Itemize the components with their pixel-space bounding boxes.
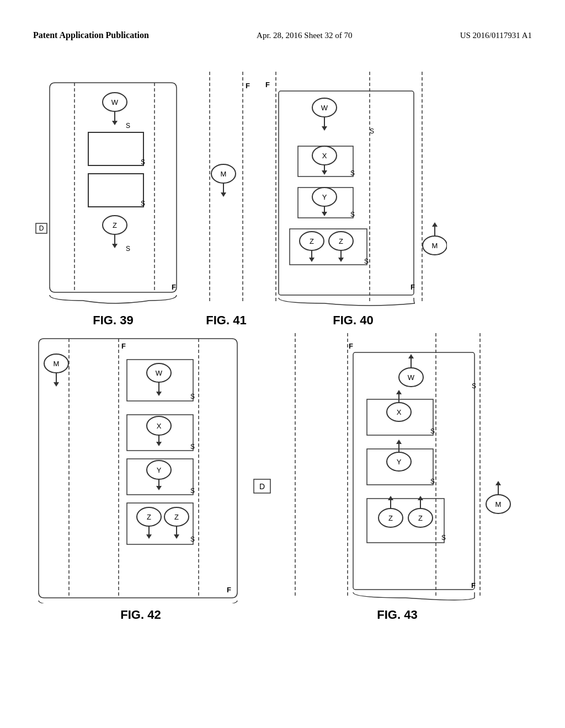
svg-text:S: S [364,258,369,265]
svg-rect-9 [88,174,143,207]
svg-text:X: X [322,152,327,160]
svg-text:X: X [157,422,162,430]
top-figures-row: W S S S Z S F D [33,72,532,328]
svg-text:M: M [54,360,60,368]
svg-marker-111 [408,354,414,358]
svg-rect-113 [367,399,433,435]
svg-text:Z: Z [310,237,314,245]
svg-marker-62 [432,222,438,227]
svg-text:S: S [190,393,195,400]
svg-text:Y: Y [397,458,402,466]
svg-text:Y: Y [157,466,162,474]
date-sheet-label: Apr. 28, 2016 Sheet 32 of 70 [257,31,352,40]
page-header: Patent Application Publication Apr. 28, … [33,30,532,40]
svg-text:Z: Z [418,514,423,522]
fig39-block: W S S S Z S F D [33,72,193,328]
svg-text:M: M [221,170,227,178]
svg-text:S: S [190,536,195,543]
svg-marker-129 [388,496,393,500]
fig42-label: FIG. 42 [120,608,161,622]
svg-marker-46 [322,212,327,216]
svg-rect-119 [367,449,433,485]
svg-text:W: W [156,369,163,377]
svg-rect-71 [127,360,193,401]
svg-marker-70 [54,382,59,387]
svg-marker-5 [112,121,118,125]
svg-text:S: S [370,127,374,135]
svg-marker-123 [396,440,402,444]
svg-text:W: W [111,98,119,106]
fig41-block: F M FIG. 41 [193,72,259,328]
svg-marker-34 [322,126,327,131]
d-label-svg: D [251,477,279,499]
fig40-block: F W S X S Y [259,72,447,328]
main-content: W S S S Z S F D [33,72,532,706]
svg-marker-52 [309,258,315,262]
svg-marker-139 [495,481,501,485]
fig43-svg: F W S X S Y [281,333,513,603]
svg-text:M: M [495,500,502,508]
bottom-figures-row: F M W S X S [33,333,532,622]
svg-text:S: S [430,427,435,435]
svg-text:W: W [408,373,415,382]
svg-marker-117 [396,390,402,394]
svg-rect-77 [127,415,193,451]
svg-text:S: S [126,122,130,130]
svg-marker-93 [146,534,152,539]
svg-rect-83 [127,459,193,495]
svg-text:D: D [39,224,44,232]
svg-text:S: S [190,443,195,451]
svg-text:F: F [265,81,270,89]
svg-text:Z: Z [147,513,151,521]
svg-marker-133 [418,496,423,500]
svg-rect-7 [88,132,143,165]
svg-text:F: F [411,283,415,291]
svg-text:D: D [259,482,265,491]
svg-marker-81 [156,442,162,446]
svg-text:Y: Y [322,193,327,201]
svg-marker-97 [174,534,179,539]
svg-text:W: W [321,104,328,112]
svg-text:F: F [172,283,176,291]
svg-text:F: F [227,586,231,594]
svg-text:S: S [141,200,145,207]
svg-text:Z: Z [174,513,179,521]
svg-rect-48 [290,229,367,265]
svg-rect-107 [353,352,475,590]
svg-marker-25 [221,192,226,197]
fig40-label: FIG. 40 [333,313,373,328]
fig40-svg: F W S X S Y [259,72,447,309]
fig43-label: FIG. 43 [377,608,417,622]
svg-text:F: F [246,82,250,90]
svg-marker-87 [156,486,162,490]
svg-text:S: S [126,245,130,253]
fig42-block: F M W S X S [33,333,248,622]
svg-marker-14 [112,244,118,248]
svg-text:F: F [349,342,353,350]
fig39-svg: W S S S Z S F D [33,72,193,309]
svg-text:Z: Z [339,237,343,245]
svg-text:S: S [190,487,195,495]
patent-number-label: US 2016/0117931 A1 [460,31,532,40]
svg-text:S: S [441,534,446,542]
svg-text:F: F [471,581,476,590]
svg-text:S: S [350,169,355,177]
fig43-block: F W S X S Y [281,333,513,622]
svg-marker-75 [156,392,162,396]
svg-text:Z: Z [388,514,393,522]
svg-text:S: S [472,382,476,390]
svg-text:Z: Z [113,221,117,229]
svg-text:S: S [141,158,145,166]
fig42-svg: F M W S X S [33,333,248,603]
svg-text:S: S [350,211,355,218]
fig41-label: FIG. 41 [206,313,246,328]
svg-text:M: M [432,242,438,250]
fig39-label: FIG. 39 [93,313,133,328]
svg-text:S: S [430,478,435,485]
fig41-svg: F M [193,72,259,309]
svg-text:X: X [397,408,402,416]
svg-text:F: F [121,342,126,350]
svg-marker-56 [338,258,344,262]
d-label-block: D [248,333,281,499]
svg-marker-40 [322,170,327,175]
